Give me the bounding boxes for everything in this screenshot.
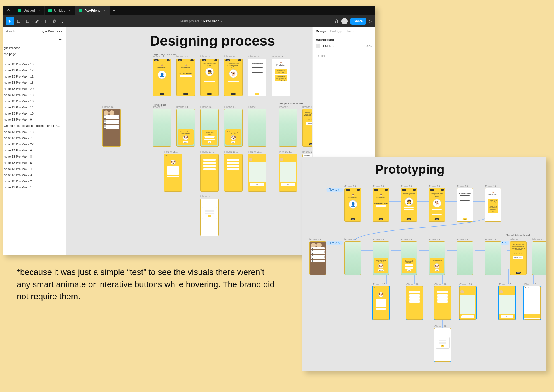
color-swatch[interactable] — [316, 44, 320, 48]
layer-item[interactable]: hone 13 Pro Max - 4 — [3, 166, 66, 172]
layer-item[interactable]: hone 13 Pro Max - 1 — [3, 184, 66, 190]
artboard-frame[interactable]: iPhone 13…Profile complete!Next — [248, 55, 266, 96]
assets-tab[interactable]: Assets — [6, 29, 15, 33]
artboard-frame[interactable]: iPhone 13…9:41◦◦Let's complete your prof… — [401, 185, 417, 222]
artboard-frame[interactable]: iPhone 13…🐶Paw FriendI would like to wal… — [272, 55, 290, 96]
layer-item[interactable]: hone 13 Pro Max - 13 — [3, 129, 66, 135]
layer-item[interactable]: hone 13 Pro Max - 9 — [3, 116, 66, 123]
close-icon[interactable]: × — [38, 9, 40, 13]
export-section[interactable]: Export — [313, 51, 375, 60]
artboard-frame[interactable]: iPhon… 13…chat — [459, 283, 476, 320]
present-button[interactable]: ▷ — [369, 19, 372, 24]
artboard-frame[interactable]: iPhone 13… — [279, 106, 297, 147]
layer-item[interactable]: hone 13 Pro Max - 14 — [3, 104, 66, 110]
layer-item[interactable]: hone 13 Pro Max - 15 — [3, 80, 66, 86]
artboard-frame[interactable]: iPhone 13…9:41◦◦🐶Paw Friend👤Next — [153, 55, 171, 96]
artboard-frame[interactable]: iPhone 13…Choose walk durationOK — [401, 238, 417, 275]
tab-inspect[interactable]: Inspect — [347, 29, 357, 33]
artboard-frame[interactable]: iPhon… 13…Tips🐶 — [373, 283, 389, 320]
artboard-frame[interactable]: iPhone 13…9:41◦◦Almost there! Let's comp… — [429, 185, 445, 222]
artboard-frame[interactable]: iPhone 13… — [457, 238, 473, 275]
shape-tool[interactable]: ▾ — [24, 17, 32, 25]
artboard-frame[interactable]: iPhone 13… — [200, 150, 219, 192]
artboard-frame[interactable]: iPhone 13…9:41◦◦🐶Paw FriendENTER CODE HE… — [373, 185, 389, 222]
artboard-frame[interactable]: iPhone 13…Choose walk durationOK — [200, 106, 219, 147]
artboard-frame[interactable]: iPhone 13…Let's rate us a few words abou… — [302, 106, 312, 147]
artboard-frame[interactable]: iPhone 13… — [532, 238, 546, 275]
frame-label: iPhone 13… — [248, 55, 266, 58]
artboard-frame[interactable]: iPhone 13…🐶Paw FriendI would like to wal… — [485, 185, 501, 222]
avatar[interactable] — [341, 18, 348, 24]
design-canvas[interactable]: Designing process Log in / Sign in Proce… — [66, 27, 312, 255]
artboard-frame[interactable]: iPhon… 13…OK — [434, 325, 451, 362]
new-tab-button[interactable]: + — [110, 6, 118, 15]
artboard-frame[interactable]: iPhon… 13…Feedback — [524, 283, 541, 320]
artboard-frame[interactable]: iPhone 13… — [153, 106, 171, 147]
layer-item[interactable]: hone 13 Pro Max - 3 — [3, 172, 66, 178]
artboard-frame[interactable]: iPhone 13…Tim would like to walk with Li… — [373, 238, 389, 275]
breadcrumb[interactable]: Team project / PawFriend ▾ — [68, 19, 334, 23]
artboard-frame[interactable]: iPhone 13…Tim is coming to pick up Lipo!… — [429, 238, 445, 275]
layer-item[interactable]: hone 13 Pro Max - 6 — [3, 147, 66, 153]
artboard-frame[interactable]: iPhon… 13… — [434, 283, 451, 320]
frame-tool[interactable]: ▾ — [15, 17, 23, 25]
artboard-frame[interactable]: iPhone 13…Tim would like to walk with Li… — [176, 106, 195, 147]
layer-item[interactable]: hone 13 Pro Max - 16 — [3, 98, 66, 104]
frame-label: iPhon… 13… — [434, 283, 451, 286]
comment-tool[interactable] — [59, 17, 68, 25]
artboard-frame[interactable]: iPhone 13… — [344, 238, 361, 275]
page-selector[interactable]: Login Process ▾ — [39, 29, 62, 33]
layer-item[interactable]: hone 13 Pro Max - 18 — [3, 92, 66, 98]
tab-pawfriend[interactable]: PawFriend × — [75, 6, 110, 15]
layer-item[interactable]: hone 13 Pro Max - 22 — [3, 141, 66, 147]
artboard-frame[interactable]: iPhone 13…Profile complete!Next — [457, 185, 473, 222]
tab-prototype[interactable]: Prototype — [330, 29, 343, 33]
artboard-frame[interactable]: iPhone 13… — [485, 238, 501, 275]
tab-design[interactable]: Design — [316, 29, 326, 33]
artboard-frame[interactable]: iPhone 13…9:41◦◦Let's complete your prof… — [200, 55, 219, 96]
close-icon[interactable]: × — [69, 9, 71, 13]
close-icon[interactable]: × — [104, 9, 106, 13]
artboard-frame[interactable]: iPhone 13… — [248, 106, 266, 147]
layer-item[interactable]: wnfinder_certification_diploma_proof_r… — [3, 123, 66, 129]
layer-item[interactable]: hone 13 Pro Max - 19 — [3, 61, 66, 67]
add-page-button[interactable]: + — [3, 35, 66, 45]
layer-item[interactable]: me page — [3, 51, 66, 57]
artboard-frame[interactable]: iPhone 13… — [309, 238, 326, 275]
artboard-frame[interactable]: iPhone 13… — [102, 106, 121, 147]
flow-start-2[interactable]: Flow 2▷ — [326, 241, 343, 245]
layer-item[interactable]: hone 13 Pro Max - 8 — [3, 153, 66, 160]
artboard-frame[interactable]: iPhone 13…9:41◦◦🐶Paw Friend👤Next — [344, 185, 361, 222]
headphones-icon[interactable] — [334, 19, 339, 24]
artboard-frame[interactable]: iPhone 13…Let's rate us a few words abou… — [510, 238, 527, 275]
flow-start-1[interactable]: Flow 1▷ — [326, 188, 343, 192]
artboard-frame[interactable]: iPhone 13…9:41◦◦🐶Paw FriendENTER CODE HE… — [176, 55, 195, 96]
artboard-frame[interactable]: iPhon… 13…chat — [499, 283, 515, 320]
share-button[interactable]: Share — [350, 18, 366, 25]
layer-item[interactable]: hone 13 Pro Max - 11 — [3, 73, 66, 80]
artboard-frame[interactable]: iPhone 13…Tips🐶 — [164, 150, 182, 192]
background-row[interactable]: E5E5E5 100% — [316, 44, 372, 48]
artboard-frame[interactable]: iPhone 13…chat — [248, 150, 266, 192]
artboard-frame[interactable]: iPhone 13…chat — [279, 150, 297, 192]
layer-item[interactable]: gin Process — [3, 45, 66, 51]
tab-untitled-2[interactable]: Untitled × — [45, 6, 75, 15]
layer-item[interactable]: hone 13 Pro Max - 5 — [3, 160, 66, 166]
hand-tool[interactable] — [50, 17, 59, 25]
move-tool[interactable]: ▾ — [6, 17, 14, 25]
artboard-frame[interactable]: iPhone 13… — [224, 150, 243, 192]
artboard-frame[interactable]: iPhone 13…OK — [200, 195, 219, 236]
artboard-frame[interactable]: iPhon… 13… — [406, 283, 423, 320]
layer-item[interactable]: hone 13 Pro Max - 17 — [3, 67, 66, 73]
artboard-frame[interactable]: iPhone 13…Tim is coming to pick up Lipo!… — [224, 106, 243, 147]
figma-home-button[interactable] — [3, 6, 14, 15]
layer-item[interactable]: hone 13 Pro Max - 2 — [3, 178, 66, 184]
layer-item[interactable]: hone 13 Pro Max - 10 — [3, 110, 66, 116]
artboard-frame[interactable]: iPhone 13…9:41◦◦Almost there! Let's comp… — [224, 55, 243, 96]
layer-item[interactable]: hone 13 Pro Max - 20 — [3, 86, 66, 92]
layer-list[interactable]: gin Processme pagehone 13 Pro Max - 19ho… — [3, 45, 66, 255]
tab-untitled-1[interactable]: Untitled × — [14, 6, 45, 15]
pen-tool[interactable]: ▾ — [32, 17, 41, 25]
text-tool[interactable]: T — [41, 17, 50, 25]
layer-item[interactable]: hone 13 Pro Max - 7 — [3, 135, 66, 141]
